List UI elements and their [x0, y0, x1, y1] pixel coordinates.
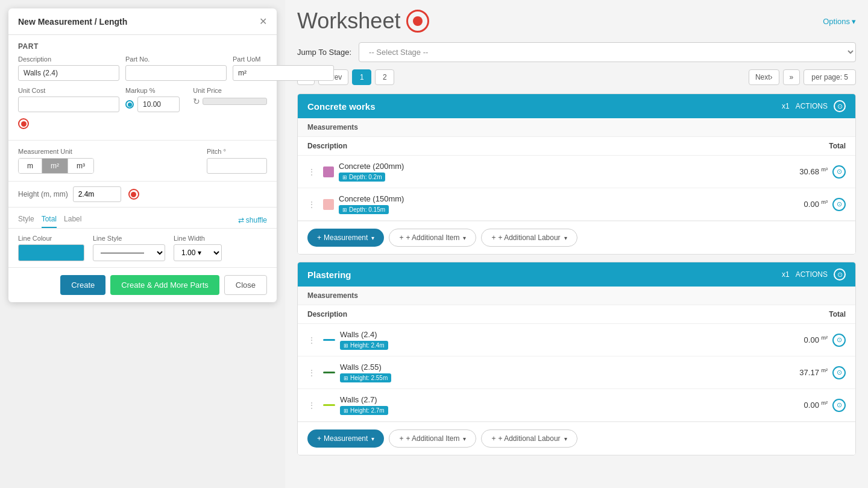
drag-handle-p1[interactable]: ⋮ — [307, 335, 316, 345]
style-row: Line Colour Line Style —————— - - - - - … — [8, 229, 277, 267]
plastering-total-val-2: 37.17 — [799, 369, 819, 378]
concrete-sub-header: Measurements — [298, 118, 855, 137]
plastering-desc-label-2: Walls (2.55) — [340, 363, 769, 372]
red-radio-button[interactable] — [18, 118, 29, 129]
concrete-unit-2: m³ — [822, 199, 828, 205]
height-input[interactable] — [73, 186, 121, 202]
plastering-action-btn-2[interactable]: ⊙ — [832, 366, 846, 379]
concrete-additional-labour-button[interactable]: + + Additional Labour ▾ — [481, 229, 577, 247]
line-colour-group: Line Colour — [18, 235, 84, 261]
create-add-button[interactable]: Create & Add More Parts — [110, 275, 219, 295]
worksheet-header: Worksheet Options ▾ — [297, 8, 856, 34]
color-swatch-1 — [323, 166, 334, 177]
tab-style[interactable]: Style — [18, 212, 34, 228]
refresh-icon[interactable]: ↻ — [193, 97, 200, 106]
concrete-row-2: ⋮ Concrete (150mm) ⊞ Depth: 0.15m 0.00 m… — [298, 188, 855, 221]
concrete-actions-label: ACTIONS — [796, 102, 828, 110]
unit-btn-m2[interactable]: m² — [42, 159, 68, 173]
concrete-x1: x1 — [782, 102, 790, 110]
jump-select[interactable]: -- Select Stage -- — [359, 42, 856, 62]
part-section: Part Description Part No. Part UoM Unit … — [8, 35, 277, 141]
line-width-label: Line Width — [174, 235, 222, 242]
panel-close-button[interactable]: ✕ — [259, 16, 267, 27]
tab-total[interactable]: Total — [42, 212, 57, 228]
per-page-button[interactable]: per page: 5 — [804, 69, 856, 85]
unitcost-group: Unit Cost — [18, 87, 119, 112]
line-width-select[interactable]: 1.00 ▾ 2.00 ▾ — [174, 244, 222, 261]
plastering-measurements: Measurements Description Total ⋮ Walls (… — [298, 287, 855, 455]
concrete-measurements: Measurements Description Total ⋮ Concret… — [298, 118, 855, 254]
unit-btn-m3[interactable]: m³ — [68, 159, 93, 173]
panel-header: New Measurement / Length ✕ — [8, 8, 277, 35]
description-input[interactable] — [18, 65, 119, 81]
plastering-desc-2: Walls (2.55) ⊞ Height: 2.55m — [340, 363, 769, 382]
part-section-title: Part — [18, 42, 267, 51]
markup-group: Markup % — [125, 87, 187, 112]
shuffle-button[interactable]: ⇄ shuffle — [238, 216, 267, 224]
pitch-group: Pitch ° — [207, 148, 267, 174]
plastering-measurement-button[interactable]: + Measurement ▾ — [307, 429, 384, 448]
plastering-row-3: ⋮ Walls (2.7) ⊞ Height: 2.7m 0.00 m² ⊙ — [298, 389, 855, 422]
partuom-input[interactable] — [233, 65, 334, 81]
line-swatch-p1 — [323, 339, 335, 341]
concrete-item-chevron: ▾ — [463, 235, 466, 241]
drag-handle-2[interactable]: ⋮ — [307, 200, 316, 209]
partuom-label: Part UoM — [233, 55, 334, 63]
line-style-select[interactable]: —————— - - - - - — [93, 244, 165, 261]
concrete-actions-circle[interactable]: ⊙ — [834, 100, 846, 112]
plastering-total-val-1: 0.00 — [804, 336, 819, 345]
markup-radio[interactable] — [125, 100, 134, 109]
page-2-button[interactable]: 2 — [375, 69, 394, 85]
worksheet-heading: Worksheet — [297, 8, 400, 34]
concrete-item-label: + Additional Item — [406, 233, 459, 242]
concrete-labour-label: + Additional Labour — [498, 233, 560, 242]
line-colour-picker[interactable] — [18, 244, 84, 261]
plastering-action-btn-3[interactable]: ⊙ — [832, 399, 846, 412]
markup-input[interactable] — [137, 97, 180, 112]
last-page-button[interactable]: » — [783, 69, 800, 85]
page-1-button[interactable]: 1 — [352, 69, 371, 85]
plastering-desc-1: Walls (2.4) ⊞ Height: 2.4m — [340, 330, 769, 350]
unit-btn-m[interactable]: m — [19, 159, 42, 173]
markup-row — [125, 97, 187, 112]
close-footer-button[interactable]: Close — [224, 275, 267, 295]
concrete-works-title: Concrete works — [307, 101, 376, 112]
unitcost-input[interactable] — [18, 97, 119, 112]
plastering-tag-label-3: Height: 2.7m — [350, 407, 385, 414]
drag-handle-p3[interactable]: ⋮ — [307, 401, 316, 410]
partno-input[interactable] — [125, 65, 227, 81]
part-row-1: Description Part No. Part UoM — [18, 55, 267, 81]
create-button[interactable]: Create — [60, 275, 105, 295]
plastering-action-btn-1[interactable]: ⊙ — [832, 334, 846, 347]
unitprice-label: Unit Price — [193, 87, 267, 94]
plastering-measurement-chevron: ▾ — [371, 436, 374, 442]
concrete-action-btn-2[interactable]: ⊙ — [832, 198, 846, 211]
next-button[interactable]: Next › — [749, 69, 779, 85]
concrete-action-btn-1[interactable]: ⊙ — [832, 165, 846, 179]
pitch-input[interactable] — [207, 158, 267, 174]
concrete-measurement-button[interactable]: + Measurement ▾ — [307, 229, 384, 247]
tab-label[interactable]: Label — [64, 212, 81, 228]
drag-handle-1[interactable]: ⋮ — [307, 167, 316, 177]
concrete-tag-label-1: Depth: 0.2m — [349, 174, 382, 180]
plastering-actions-label: ACTIONS — [796, 270, 828, 279]
plastering-total-3: 0.00 m² — [773, 400, 828, 410]
plastering-tag-label-1: Height: 2.4m — [350, 342, 385, 349]
plastering-item-chevron: ▾ — [463, 436, 466, 442]
tag-icon-1: ⊞ — [342, 174, 347, 180]
plastering-additional-item-button[interactable]: + + Additional Item ▾ — [389, 429, 476, 448]
drag-handle-p2[interactable]: ⋮ — [307, 368, 316, 378]
plastering-desc-label-1: Walls (2.4) — [340, 330, 769, 339]
inner-tabs: Style Total Label ⇄ shuffle — [8, 208, 277, 229]
plastering-actions-circle[interactable]: ⊙ — [834, 268, 846, 280]
options-button[interactable]: Options ▾ — [823, 17, 856, 26]
height-red-radio[interactable] — [128, 189, 139, 200]
concrete-additional-item-button[interactable]: + + Additional Item ▾ — [389, 229, 476, 247]
plastering-unit-2: m² — [822, 367, 828, 373]
concrete-works-card: Concrete works x1 ACTIONS ⊙ Measurements… — [297, 93, 856, 255]
plastering-total-2: 37.17 m² — [773, 367, 828, 377]
partno-label: Part No. — [125, 55, 227, 63]
concrete-footer: + Measurement ▾ + + Additional Item ▾ + … — [298, 221, 855, 254]
plastering-header-right: x1 ACTIONS ⊙ — [782, 268, 846, 280]
plastering-additional-labour-button[interactable]: + + Additional Labour ▾ — [481, 429, 577, 448]
